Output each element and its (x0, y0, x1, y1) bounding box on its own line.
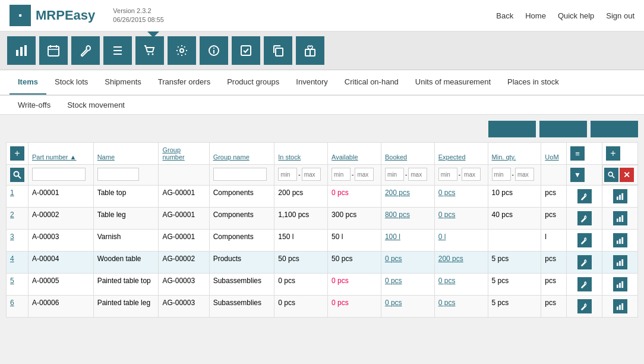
toolbar-copy-btn[interactable] (264, 36, 292, 65)
booked-link[interactable]: 800 pcs (385, 211, 410, 219)
top-button-1[interactable] (488, 121, 536, 137)
row-partnum-cell: A-00001 (29, 186, 94, 208)
sort-groupname[interactable]: Group name (213, 153, 250, 161)
sort-name[interactable]: Name (97, 153, 115, 161)
instock-min-input[interactable] (278, 168, 297, 181)
top-button-3[interactable] (591, 121, 638, 137)
expand-button[interactable]: ≡ (570, 146, 585, 161)
edit-button[interactable] (577, 189, 592, 203)
booked-link[interactable]: 100 l (385, 233, 400, 241)
chart-button[interactable] (613, 189, 627, 203)
edit-button[interactable] (577, 277, 592, 291)
subnav-placesinstock[interactable]: Places in stock (499, 70, 567, 95)
row-num-cell: 1 (7, 186, 29, 208)
booked-link[interactable]: 200 pcs (385, 189, 410, 197)
chart-button[interactable] (613, 299, 627, 313)
nav-quickhelp[interactable]: Quick help (558, 11, 594, 20)
clear-search-btn[interactable]: ✕ (620, 168, 634, 182)
row-number-link[interactable]: 1 (10, 189, 14, 197)
sort-available[interactable]: Available (332, 153, 358, 161)
booked-min-input[interactable] (385, 168, 404, 181)
toolbar-settings-btn[interactable] (168, 36, 196, 65)
svg-rect-42 (621, 303, 623, 309)
sort-instock[interactable]: In stock (278, 153, 301, 161)
th-booked: Booked (381, 143, 434, 165)
row-number-link[interactable]: 3 (10, 233, 14, 241)
row-expected-cell: 0 pcs (434, 296, 488, 318)
row-number-link[interactable]: 4 (10, 255, 14, 263)
booked-max-input[interactable] (408, 168, 427, 181)
sort-expected[interactable]: Expected (438, 153, 466, 161)
subnav-productgroups[interactable]: Product groups (219, 70, 288, 95)
edit-button[interactable] (577, 211, 592, 225)
available-max-input[interactable] (355, 168, 374, 181)
subnav-items[interactable]: Items (10, 70, 46, 95)
minqty-min-input[interactable] (492, 168, 511, 181)
chart-button[interactable] (613, 277, 627, 291)
nav-home[interactable]: Home (525, 11, 546, 20)
subnav-writeoffs[interactable]: Write-offs (10, 96, 59, 114)
chart-button[interactable] (613, 211, 627, 225)
sort-partnum[interactable]: Part number ▲ (32, 153, 76, 161)
subnav-transferorders[interactable]: Transfer orders (150, 70, 219, 95)
toolbar-info-btn[interactable] (200, 36, 228, 65)
toolbar-dashboard-btn[interactable] (7, 36, 36, 65)
row-minqty-cell: 5 pcs (488, 274, 541, 296)
sort-minqty[interactable]: Min. qty. (492, 153, 516, 161)
expected-link[interactable]: 0 pcs (438, 211, 456, 219)
expected-max-input[interactable] (462, 168, 481, 181)
row-number-link[interactable]: 6 (10, 299, 14, 307)
chart-button[interactable] (613, 233, 627, 247)
search-name-input[interactable] (97, 168, 139, 181)
available-min-input[interactable] (332, 168, 351, 181)
minqty-max-input[interactable] (515, 168, 534, 181)
booked-link[interactable]: 0 pcs (385, 255, 402, 263)
search-groupname-input[interactable] (213, 168, 267, 181)
subnav-uom[interactable]: Units of measurement (407, 70, 499, 95)
subnav-shipments[interactable]: Shipments (96, 70, 149, 95)
svg-rect-26 (619, 194, 621, 199)
nav-signout[interactable]: Sign out (606, 11, 634, 20)
expected-link[interactable]: 0 pcs (438, 299, 456, 307)
row-groupnum-cell: AG-00003 (159, 274, 209, 296)
expected-link[interactable]: 200 pcs (438, 255, 463, 263)
chart-button[interactable] (613, 255, 627, 269)
toolbar-list-btn[interactable] (103, 36, 132, 65)
add-col-button[interactable]: + (606, 146, 620, 161)
row-number-link[interactable]: 2 (10, 211, 14, 219)
sort-booked[interactable]: Booked (385, 153, 407, 161)
subnav-stockmovement[interactable]: Stock movement (59, 96, 133, 114)
instock-max-input[interactable] (302, 168, 321, 181)
minqty-range: - (492, 168, 538, 181)
part-number: A-00006 (32, 299, 59, 307)
toolbar-check-btn[interactable] (232, 36, 260, 65)
edit-button[interactable] (577, 233, 592, 247)
sort-uom[interactable]: UoM (545, 153, 558, 161)
booked-link[interactable]: 0 pcs (385, 299, 402, 307)
search-execute-btn[interactable] (604, 168, 618, 182)
filter-button[interactable]: ▼ (570, 168, 585, 182)
search-button[interactable] (10, 168, 24, 182)
expected-link[interactable]: 0 l (438, 233, 446, 241)
toolbar-tools-btn[interactable] (71, 36, 100, 65)
expected-link[interactable]: 0 pcs (438, 189, 456, 197)
top-button-2[interactable] (539, 121, 587, 137)
edit-button[interactable] (577, 255, 592, 269)
toolbar-gift-btn[interactable] (296, 36, 324, 65)
expected-min-input[interactable] (438, 168, 457, 181)
row-uom-cell: l (541, 230, 567, 252)
nav-back[interactable]: Back (496, 11, 513, 20)
edit-button[interactable] (577, 299, 592, 313)
toolbar-cart-btn[interactable] (135, 36, 164, 65)
booked-link[interactable]: 0 pcs (385, 277, 402, 285)
subnav-criticalonhand[interactable]: Critical on-hand (336, 70, 407, 95)
table-row: 1 A-00001 Table top AG-00001 Components … (7, 186, 638, 208)
sort-groupnum[interactable]: Groupnumber (162, 146, 184, 161)
subnav-inventory[interactable]: Inventory (288, 70, 336, 95)
row-number-link[interactable]: 5 (10, 277, 14, 285)
search-partnum-input[interactable] (32, 168, 86, 181)
toolbar-calendar-btn[interactable] (39, 36, 68, 65)
subnav-stocklots[interactable]: Stock lots (46, 70, 96, 95)
expected-link[interactable]: 0 pcs (438, 277, 456, 285)
add-row-button[interactable]: + (10, 146, 24, 161)
